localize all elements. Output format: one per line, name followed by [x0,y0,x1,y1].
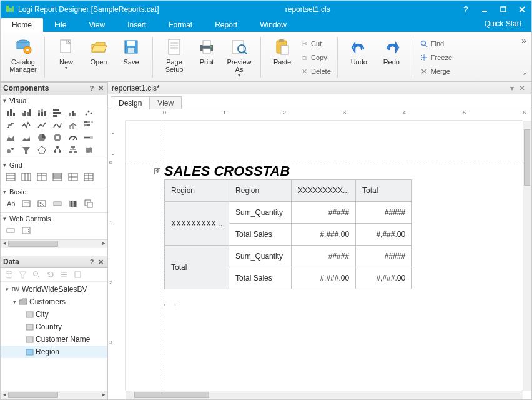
label-icon[interactable]: Ab [6,199,16,209]
minimize-button[interactable] [475,1,494,18]
line-chart-icon[interactable] [37,120,47,130]
map-icon[interactable] [84,145,94,155]
row-group-placeholder[interactable]: XXXXXXXXX... [165,202,229,246]
components-hscroll[interactable]: ◂▸ [1,239,107,248]
panel-help-icon[interactable]: ? [87,258,96,266]
cell-value[interactable]: ##### [292,246,356,268]
funnel-icon[interactable] [21,145,31,155]
mode-tab-view[interactable]: View [149,96,182,109]
section-web-controls[interactable]: ▾Web Controls [1,213,107,224]
subreport-icon[interactable] [84,199,94,209]
spline-icon[interactable] [52,120,62,130]
expand-icon[interactable] [73,271,82,279]
list-icon[interactable] [59,271,68,279]
gauge-icon[interactable] [68,132,78,142]
image-icon[interactable] [37,199,47,209]
cell-value[interactable]: #,###.00 [292,268,356,289]
ds-cylinder-icon[interactable] [4,271,13,279]
close-button[interactable] [513,1,531,18]
field-icon[interactable] [52,199,62,209]
section-basic[interactable]: ▾Basic [1,186,107,198]
stacked-area-icon[interactable] [21,132,31,142]
grid3-icon[interactable] [37,172,47,182]
tab-format[interactable]: Format [157,18,204,32]
find-button[interactable]: Find [418,37,453,51]
scatter-icon[interactable] [84,108,94,118]
cell-value[interactable]: #,###.00 [356,224,412,246]
radar-icon[interactable] [37,145,47,155]
stacked-bar-icon[interactable] [37,108,47,118]
grid5-icon[interactable] [68,172,78,182]
refresh-icon[interactable] [46,271,54,279]
filter-icon[interactable] [18,271,27,279]
measure-label[interactable]: Sum_Quantity [229,202,292,224]
paste-button[interactable]: Paste [266,36,298,66]
mode-tab-design[interactable]: Design [111,96,150,109]
combo-icon[interactable] [68,120,78,130]
tree-region[interactable]: Region [1,346,107,358]
panel-help-icon[interactable]: ? [87,84,96,92]
tree-icon[interactable] [52,145,62,155]
bullet-icon[interactable] [84,132,94,142]
cell-value[interactable]: #,###.00 [356,268,412,289]
tree-country[interactable]: Country [1,321,107,333]
cell-value[interactable]: ##### [292,202,356,224]
tree-city[interactable]: City [1,308,107,321]
quick-start-link[interactable]: Quick Start [485,19,521,28]
text-icon[interactable] [21,199,31,209]
pie-icon[interactable] [37,132,47,142]
catalog-manager-button[interactable]: Catalog Manager [7,36,39,73]
grid2-icon[interactable] [21,172,31,182]
col-header-placeholder[interactable]: XXXXXXXXX... [292,180,356,202]
tab-report[interactable]: Report [204,18,249,32]
col-header-region1[interactable]: Region [165,180,229,202]
data-hscroll[interactable]: ◂▸ [1,391,107,399]
undo-button[interactable]: Undo [343,36,375,66]
page-setup-button[interactable]: Page Setup [158,36,190,73]
tree-customers[interactable]: ▾ Customers [1,296,107,308]
bar-chart-icon[interactable] [6,108,16,118]
help-button[interactable]: ? [456,1,475,18]
document-tab[interactable]: reportset1.cls* [112,84,160,92]
crosstab-table[interactable]: Region Region XXXXXXXXX... Total XXXXXXX… [164,179,412,289]
merge-button[interactable]: Merge [418,64,453,78]
cell-value[interactable]: ##### [356,202,412,224]
panel-close-icon[interactable]: ✕ [96,84,105,92]
open-button[interactable]: Open [82,36,115,66]
web-ctrl1-icon[interactable] [6,226,16,236]
preview-as-button[interactable]: Preview As ▾ [223,36,255,79]
col-header-region2[interactable]: Region [229,180,292,202]
cell-value[interactable]: #,###.00 [292,224,356,246]
crosstab-title[interactable]: SALES CROSSTAB [164,163,290,179]
tab-view[interactable]: View [77,18,116,32]
heat-icon[interactable] [84,120,94,130]
org-icon[interactable] [68,145,78,155]
measure-label[interactable]: Total Sales [229,268,292,289]
grid1-icon[interactable] [6,172,16,182]
area-icon[interactable] [6,132,16,142]
bench-chart-icon[interactable] [68,108,78,118]
cell-value[interactable]: ##### [356,246,412,268]
copy-button[interactable]: ⧉Copy [298,51,332,64]
zigzag-icon[interactable] [21,120,31,130]
grid6-icon[interactable] [84,172,94,182]
measure-label[interactable]: Sum_Quantity [229,246,292,268]
freeze-button[interactable]: Freeze [418,51,453,64]
ribbon-overflow-icon[interactable]: » [521,36,526,46]
section-visual[interactable]: ▾Visual [1,95,107,106]
panel-close-icon[interactable]: ✕ [96,258,105,266]
tab-menu-icon[interactable]: ▾ [508,84,516,92]
canvas-hscroll[interactable] [126,391,523,399]
tab-window[interactable]: Window [249,18,298,32]
maximize-button[interactable] [494,1,513,18]
tab-file[interactable]: File [43,18,77,32]
print-button[interactable]: Print [190,36,223,66]
grid4-icon[interactable] [52,172,62,182]
donut-icon[interactable] [52,132,62,142]
tab-close-icon[interactable]: ✕ [516,84,528,92]
web-ctrl2-icon[interactable] [21,226,31,236]
barcode-icon[interactable] [68,199,78,209]
new-button[interactable]: New ▾ [50,36,82,71]
section-grid[interactable]: ▾Grid [1,159,107,171]
step-icon[interactable] [6,120,16,130]
